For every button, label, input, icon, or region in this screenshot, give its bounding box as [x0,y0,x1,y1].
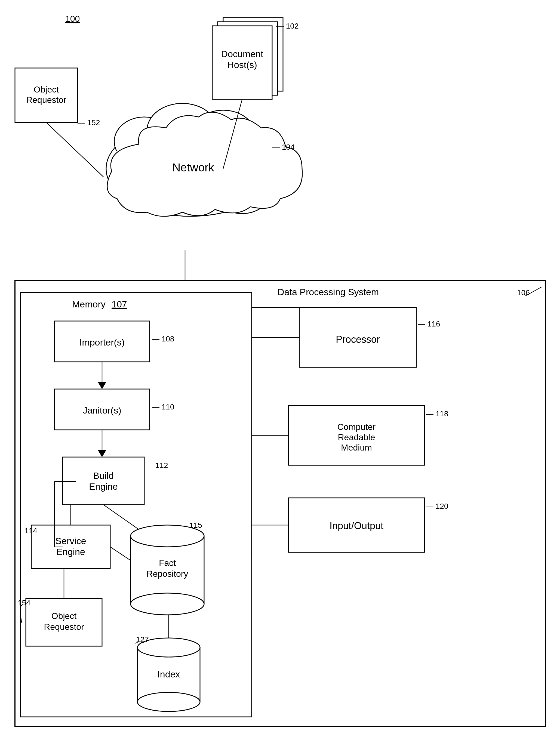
svg-rect-1 [218,22,277,95]
svg-text:Requestor: Requestor [44,622,84,632]
svg-text:100: 100 [65,14,80,24]
svg-text:Service: Service [55,536,86,546]
svg-rect-46 [31,525,110,569]
svg-text:Engine: Engine [89,481,118,492]
svg-line-21 [46,122,103,177]
svg-text:— 152: — 152 [78,118,100,127]
svg-rect-75 [289,405,425,465]
svg-line-71 [110,547,131,561]
svg-line-22 [223,99,242,169]
svg-line-30 [525,287,542,296]
svg-text:Host(s): Host(s) [227,59,257,70]
svg-line-45 [103,505,144,533]
svg-point-11 [106,121,275,216]
svg-text:— 120: — 120 [426,502,448,510]
svg-text:Importer(s): Importer(s) [80,337,125,347]
svg-text:Index: Index [157,669,180,679]
svg-point-17 [215,173,269,214]
svg-rect-0 [223,18,283,91]
svg-text:Engine: Engine [56,547,85,557]
svg-text:— 116: — 116 [418,320,440,328]
svg-text:Document: Document [221,49,264,59]
diagram: Document Host(s) — 102 100 Object Reques… [0,0,560,743]
svg-text:154: 154 [18,599,31,607]
svg-text:— 112: — 112 [145,461,168,470]
svg-text:Memory: Memory [72,299,105,309]
svg-text:Data Processing System: Data Processing System [277,287,379,297]
svg-point-60 [131,525,204,547]
svg-rect-65 [137,648,200,702]
svg-text:Fact: Fact [159,558,176,568]
svg-text:106: 106 [517,289,530,297]
svg-point-66 [137,638,200,657]
svg-text:— 115: — 115 [180,521,202,529]
svg-text:Processor: Processor [336,334,380,345]
svg-rect-2 [212,26,272,99]
svg-text:Repository: Repository [147,569,188,579]
svg-point-16 [113,169,165,207]
svg-rect-72 [299,307,416,367]
svg-text:Requestor: Requestor [26,95,67,105]
svg-text:127: 127 [136,635,149,644]
svg-text:Input/Output: Input/Output [330,520,383,531]
svg-text:— 102: — 102 [276,22,299,30]
svg-rect-31 [54,321,150,362]
svg-text:114: 114 [25,526,37,535]
svg-rect-80 [289,498,425,552]
svg-point-15 [228,128,283,171]
svg-text:Object: Object [34,85,59,94]
svg-text:Readable: Readable [338,432,375,442]
svg-rect-25 [20,293,252,717]
svg-text:— 104: — 104 [272,143,295,151]
svg-text:— 110: — 110 [152,403,174,411]
svg-text:— 108: — 108 [152,335,174,343]
svg-text:Network: Network [172,161,214,174]
svg-point-67 [137,692,200,711]
svg-point-12 [114,117,174,166]
svg-point-14 [190,110,256,162]
svg-point-18 [110,124,271,214]
svg-text:Janitor(s): Janitor(s) [83,405,121,416]
svg-rect-54 [26,599,102,646]
svg-rect-36 [54,389,150,430]
svg-rect-24 [15,280,546,727]
svg-marker-40 [98,450,106,457]
svg-marker-35 [98,382,106,389]
svg-text:Medium: Medium [341,443,372,452]
svg-point-13 [147,103,218,158]
svg-rect-41 [62,457,144,505]
svg-text:Build: Build [93,470,114,481]
svg-rect-59 [131,536,204,604]
svg-text:Computer: Computer [337,422,376,432]
svg-point-61 [131,593,204,615]
svg-text:107: 107 [112,299,127,309]
svg-rect-7 [15,68,78,122]
svg-text:Object: Object [51,611,77,621]
svg-text:— 118: — 118 [426,409,448,418]
